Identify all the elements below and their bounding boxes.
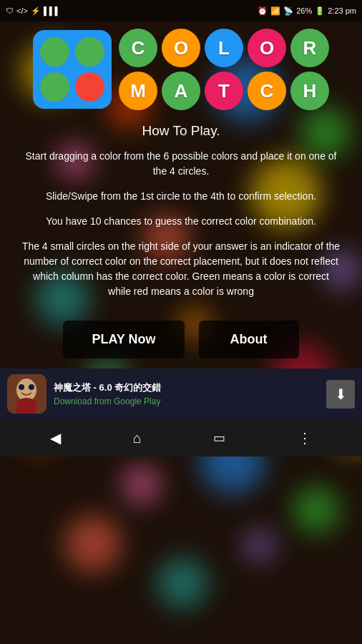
status-bar: 🛡 </> ⚡ ▌▌▌ ⏰ 📶 📡 26% 🔋 2:23 pm [0,0,362,21]
logo-area: COLORMATCH [33,29,329,110]
wifi-icon: 📶 [270,6,280,16]
letters-area: COLORMATCH [119,29,329,110]
shield-icon: 🛡 [6,6,14,15]
ad-app-icon [7,374,47,414]
ad-title: 神魔之塔 - 6.0 奇幻的交錯 [54,381,319,394]
instructions-title: How To Play. [21,123,341,139]
ad-text-area: 神魔之塔 - 6.0 奇幻的交錯 Download from Google Pl… [54,381,319,406]
letter-circle-0: C [119,29,157,67]
letter-circle-7: T [205,72,243,110]
nav-recent-icon[interactable]: ▭ [213,430,225,446]
letter-circle-5: M [119,72,157,110]
ad-subtitle: Download from Google Play [54,396,319,406]
alarm-icon: ⏰ [258,6,268,16]
instructions-p3: You have 10 chances to guess the correct… [21,214,341,229]
play-button[interactable]: PLAY Now [63,321,184,358]
bokeh-circle-16 [293,487,340,533]
nav-home-icon[interactable]: ⌂ [133,430,142,447]
status-right: ⏰ 📶 📡 26% 🔋 2:23 pm [258,6,356,16]
time-display: 2:23 pm [328,6,356,15]
grid-circle-3 [40,72,69,102]
letter-circle-6: A [162,72,200,110]
status-left: 🛡 </> ⚡ ▌▌▌ [6,6,60,16]
grid-logo [33,30,112,109]
usb-icon: ⚡ [31,6,41,16]
letter-circle-9: H [290,72,329,110]
letter-circle-2: L [205,29,243,67]
bokeh-circle-18 [243,530,275,562]
buttons-row: PLAY Now About [0,313,362,366]
nav-bar: ◀ ⌂ ▭ ⋮ [0,419,362,457]
nav-menu-icon[interactable]: ⋮ [298,429,312,447]
bokeh-circle-15 [122,465,161,504]
code-icon: </> [16,6,28,15]
letter-circle-8: C [248,72,286,110]
battery-icon: 🔋 [315,6,325,16]
instructions: How To Play. Start dragging a color from… [14,123,348,309]
ad-banner: 神魔之塔 - 6.0 奇幻的交錯 Download from Google Pl… [0,369,362,419]
bokeh-circle-17 [64,515,122,572]
letter-circle-4: R [290,29,329,67]
grid-circle-1 [40,37,69,67]
instructions-p4: The 4 small circles on the right side of… [21,239,341,299]
letter-circle-1: O [162,29,200,67]
letter-circle-3: O [248,29,286,67]
barcode-icon: ▌▌▌ [44,6,60,15]
battery-level: 26% [296,6,312,15]
nav-back-icon[interactable]: ◀ [50,429,61,447]
svg-point-3 [29,384,34,390]
about-button[interactable]: About [199,321,299,358]
svg-point-2 [19,384,24,390]
instructions-p1: Start dragging a color from the 6 possib… [21,149,341,179]
ad-download-button[interactable]: ⬇ [326,380,355,409]
grid-circle-4 [75,72,104,102]
bokeh-circle-19 [157,558,207,608]
grid-circle-2 [75,37,104,67]
instructions-p2: Slide/Swipe from the 1st circle to the 4… [21,189,341,204]
signal-icon: 📡 [283,6,293,16]
main-content: COLORMATCH How To Play. Start dragging a… [0,21,362,309]
